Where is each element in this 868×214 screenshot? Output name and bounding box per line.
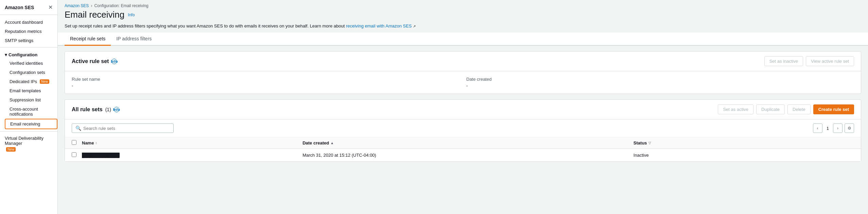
sidebar-item-vdm[interactable]: Virtual Deliverability Manager New <box>0 134 57 154</box>
name-sort-icon[interactable]: ↕ <box>95 141 97 145</box>
status-badge: Inactive <box>633 153 649 158</box>
delete-button[interactable]: Delete <box>787 104 811 114</box>
table-header: Name ↕ Date created ▲ Status ▽ <box>65 137 861 149</box>
divider <box>0 47 57 47</box>
duplicate-button[interactable]: Duplicate <box>756 104 785 114</box>
chevron-down-icon: ▾ <box>5 52 7 57</box>
status-col-header: Status ▽ <box>633 140 854 145</box>
search-container: 🔍 <box>72 123 174 133</box>
tab-ip-address-filters[interactable]: IP address filters <box>111 33 157 46</box>
breadcrumb-current: Configuration: Email receiving <box>94 3 148 8</box>
prev-page-button[interactable]: ‹ <box>813 123 822 133</box>
all-rule-sets-card: All rule sets (1) Info Set as active Dup… <box>65 99 861 162</box>
page-description: Set up receipt rules and IP address filt… <box>58 23 868 33</box>
divider2 <box>0 131 57 132</box>
row-check-col <box>72 152 82 158</box>
sidebar-item-verified-identities[interactable]: Verified identities <box>5 59 57 68</box>
date-created-label: Date created <box>466 77 854 82</box>
sidebar-nav: Account dashboard Reputation metrics SMT… <box>0 15 57 156</box>
active-rule-set-title: Active rule set Info <box>72 58 117 64</box>
app-title: Amazon SES <box>5 5 34 10</box>
set-as-active-button[interactable]: Set as active <box>718 104 753 114</box>
active-rule-set-card: Active rule set Info Set as inactive Vie… <box>65 51 861 94</box>
content-area: Active rule set Info Set as inactive Vie… <box>58 46 868 214</box>
row-status-col: Inactive <box>633 153 854 158</box>
date-sort-icon[interactable]: ▲ <box>330 141 334 145</box>
sidebar-item-cross-account[interactable]: Cross-account notifications <box>5 104 57 119</box>
status-sort-icon[interactable]: ▽ <box>648 141 651 145</box>
date-created-value: - <box>466 83 854 88</box>
rule-set-name-col: Rule set name - <box>72 77 459 88</box>
create-rule-set-button[interactable]: Create rule set <box>813 104 854 114</box>
set-as-inactive-button[interactable]: Set as inactive <box>764 56 803 66</box>
main-content: Amazon SES › Configuration: Email receiv… <box>58 0 868 214</box>
page-title: Email receiving <box>65 9 124 20</box>
sidebar-item-email-templates[interactable]: Email templates <box>5 86 57 95</box>
all-rule-sets-title: All rule sets (1) Info <box>72 106 119 113</box>
date-col-label: Date created <box>302 140 329 145</box>
select-all-col <box>72 140 82 146</box>
status-col-label: Status <box>633 140 647 145</box>
rule-set-name-link[interactable]: ████████████ <box>82 153 120 158</box>
page-number: 1 <box>824 126 831 131</box>
next-page-button[interactable]: › <box>833 123 843 133</box>
sidebar-item-smtp-settings[interactable]: SMTP settings <box>0 36 57 45</box>
description-link[interactable]: receiving email with Amazon SES <box>346 23 412 28</box>
breadcrumb-root[interactable]: Amazon SES <box>65 3 89 8</box>
active-rule-set-actions: Set as inactive View active rule set <box>764 56 854 66</box>
new-badge: New <box>40 79 49 84</box>
all-rule-sets-header: All rule sets (1) Info Set as active Dup… <box>65 100 861 119</box>
date-col-header: Date created ▲ <box>302 140 633 145</box>
rule-set-name-value: - <box>72 83 459 88</box>
breadcrumb: Amazon SES › Configuration: Email receiv… <box>58 0 868 9</box>
date-created-col: Date created - <box>466 77 854 88</box>
row-date-col: March 31, 2020 at 15:12 (UTC-04:00) <box>302 153 633 158</box>
row-date-value: March 31, 2020 at 15:12 (UTC-04:00) <box>302 153 376 158</box>
sidebar-header: Amazon SES ✕ <box>0 0 57 15</box>
vdm-badge: New <box>6 147 16 152</box>
sidebar-sub-nav: Verified identities Configuration sets D… <box>0 59 57 129</box>
name-col-label: Name <box>82 140 94 145</box>
active-rule-info-badge[interactable]: Info <box>111 59 117 64</box>
search-input[interactable] <box>83 126 170 131</box>
sidebar-item-email-receiving[interactable]: Email receiving <box>5 119 57 129</box>
sidebar-item-configuration-sets[interactable]: Configuration sets <box>5 68 57 77</box>
search-pagination-row: 🔍 ‹ 1 › ⚙ <box>65 119 861 137</box>
row-name-col: ████████████ <box>82 153 302 158</box>
active-rule-table: Rule set name - Date created - <box>65 71 861 94</box>
sidebar: Amazon SES ✕ Account dashboard Reputatio… <box>0 0 58 214</box>
close-icon[interactable]: ✕ <box>48 4 53 11</box>
breadcrumb-separator: › <box>91 3 92 8</box>
row-checkbox[interactable] <box>72 152 76 157</box>
name-col-header: Name ↕ <box>82 140 302 145</box>
pagination-settings-button[interactable]: ⚙ <box>845 123 854 133</box>
table-row: ████████████ March 31, 2020 at 15:12 (UT… <box>65 149 861 161</box>
view-active-rule-button[interactable]: View active rule set <box>806 56 854 66</box>
select-all-checkbox[interactable] <box>72 140 76 145</box>
sidebar-item-reputation-metrics[interactable]: Reputation metrics <box>0 27 57 36</box>
sidebar-item-account-dashboard[interactable]: Account dashboard <box>0 18 57 27</box>
pagination: ‹ 1 › ⚙ <box>813 123 854 133</box>
tabs: Receipt rule sets IP address filters <box>58 33 868 46</box>
search-icon: 🔍 <box>75 125 81 131</box>
all-rule-sets-toolbar: Set as active Duplicate Delete Create ru… <box>718 104 854 114</box>
all-rule-sets-info-badge[interactable]: Info <box>114 107 119 112</box>
info-link[interactable]: Info <box>128 13 135 17</box>
page-header: Email receiving Info <box>58 9 868 23</box>
rule-set-name-label: Rule set name <box>72 77 459 82</box>
sidebar-item-dedicated-ips[interactable]: Dedicated IPs New <box>5 77 57 86</box>
tab-receipt-rule-sets[interactable]: Receipt rule sets <box>65 33 111 46</box>
sidebar-item-suppression-list[interactable]: Suppression list <box>5 95 57 104</box>
configuration-section-header[interactable]: ▾ Configuration <box>0 50 57 59</box>
active-rule-set-header: Active rule set Info Set as inactive Vie… <box>65 52 861 71</box>
